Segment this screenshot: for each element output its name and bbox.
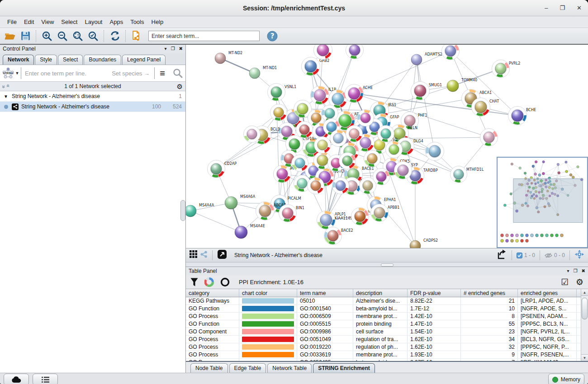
refresh-icon[interactable] [108,29,122,42]
query-options-icon[interactable]: ≡ [155,66,170,81]
open-in-string-icon[interactable] [217,249,227,261]
protein-node-vsnl1[interactable]: VSNL1 [268,84,297,101]
protein-node[interactable] [480,129,498,146]
task-history-button[interactable] [33,374,58,384]
protein-node-gab2[interactable]: GAB2 [302,57,330,76]
scroll-thumb[interactable] [582,298,588,319]
protein-node[interactable] [244,126,261,143]
divider-grip[interactable] [381,263,394,267]
menu-layout[interactable]: Layout [81,17,106,27]
tab-network-table[interactable]: Network Table [267,363,312,373]
navigator-icon[interactable] [574,249,584,261]
string-search-icon[interactable] [170,66,185,81]
share-view-icon[interactable] [200,251,208,260]
network-options-gear-icon[interactable]: ⚙ [177,83,183,90]
table-row[interactable]: GO ProcessGO:0050435beta-amyloid m...2.0… [186,359,581,361]
panel-menu-icon[interactable]: ▾ [165,47,167,51]
protein-node[interactable] [357,110,374,126]
menu-help[interactable]: Help [148,17,167,27]
protein-node[interactable] [292,155,308,172]
protein-node-ache[interactable]: ACHE [345,84,373,103]
column-header-enriched-genes[interactable]: enriched genes [518,289,577,297]
table-row[interactable]: GO ProcessGO:0051049regulation of tra...… [186,336,581,343]
collapse-all-icon[interactable]: » [5,85,11,88]
grid-view-icon[interactable] [190,250,198,260]
select-columns-icon[interactable]: ☑ [561,278,569,286]
collapse-triangle-icon[interactable]: ▼ [0,94,12,99]
protein-node-aplp1[interactable]: APLP1KIAA1149 [317,211,353,229]
column-header-term-name[interactable]: term name [297,289,353,297]
network-collection-row[interactable]: ▼ String Network - Alzheimer's disease 1 [0,91,185,102]
table-row[interactable]: GO ProcessGO:0033619membrane prot...1.93… [186,351,581,359]
string-term-input[interactable] [21,70,112,77]
protein-node-bace2[interactable]: BACE2 [324,227,353,245]
tab-node-table[interactable]: Node Table [190,363,228,373]
minimize-button[interactable]: – [545,5,548,11]
network-row[interactable]: String Network - Alzheimer's disease 100… [0,102,185,112]
table-row[interactable]: KEGG Pathways05010Alzheimer's dise...8.8… [186,297,581,305]
protein-node[interactable] [314,45,332,60]
tab-network[interactable]: Network [3,55,34,65]
protein-node[interactable] [373,169,390,185]
menu-view[interactable]: View [38,17,57,27]
protein-node-apbb1[interactable]: APBB1 [371,204,400,222]
maximize-button[interactable]: ❐ [560,5,565,11]
protein-node-chat[interactable]: CHAT [472,98,499,117]
column-header-description[interactable]: description [353,289,408,297]
help-icon[interactable]: ? [265,29,280,42]
protein-node[interactable] [386,141,403,158]
cloud-tasks-button[interactable] [4,374,29,384]
protein-node[interactable] [346,45,364,59]
memory-button[interactable]: Memory [548,374,584,384]
menu-edit[interactable]: Edit [20,17,38,27]
protein-node[interactable] [296,122,313,138]
scroll-down-icon[interactable]: ▼ [581,354,588,361]
protein-node-adamts2[interactable]: ADAMTS2 [411,52,442,65]
protein-node-cadps2[interactable]: CADPS2 [410,239,438,248]
protein-node[interactable] [426,142,444,161]
float-panel-icon[interactable]: ❐ [574,269,578,273]
remove-chart-icon[interactable] [220,277,230,287]
protein-node-bin1[interactable]: BIN1 [279,205,304,222]
save-icon[interactable] [18,29,33,42]
zoom-fit-icon[interactable] [71,29,85,42]
table-row[interactable]: GO FunctionGO:0005515protein binding1.47… [186,320,581,328]
protein-node[interactable] [378,126,394,142]
zoom-in-icon[interactable] [40,29,54,42]
set-species-link[interactable]: Set species → [112,70,154,77]
tab-style[interactable]: Style [35,55,57,65]
tab-string-enrichment[interactable]: STRING Enrichment [313,363,375,373]
export-network-icon[interactable] [496,249,507,262]
menu-file[interactable]: File [4,17,20,27]
scroll-up-icon[interactable]: ▲ [581,289,588,296]
network-canvas[interactable]: MT-ND2MT-ND1VSNL1GAB2ADAMTS2PVRL2TOMM40S… [186,45,588,248]
protein-node-ms4a4e[interactable]: MS4A4E [235,224,265,239]
protein-node[interactable] [442,45,460,60]
protein-node[interactable] [339,153,356,169]
menu-tools[interactable]: Tools [127,17,147,27]
protein-node-cd2ap[interactable]: CD2AP [208,160,237,178]
zoom-selected-icon[interactable] [86,29,100,42]
float-panel-icon[interactable]: ❐ [171,47,175,51]
table-row[interactable]: GO ComponentGO:0009986cell surface1.54E-… [186,328,581,336]
close-panel-icon[interactable]: ✖ [179,47,183,51]
protein-node[interactable] [330,130,347,147]
search-input[interactable] [148,31,260,41]
tab-legend-panel[interactable]: Legend Panel [122,55,166,65]
column-header-category[interactable]: category [186,289,239,297]
table-row[interactable]: GO FunctionGO:0001540beta-amyloid bi...1… [186,305,581,313]
network-import-icon[interactable] [129,29,144,42]
table-row[interactable]: GO ProcessGO:0006509membrane prot...1.42… [186,313,581,320]
protein-node-mthfd1l[interactable]: MTHFD1L [450,166,484,183]
protein-node[interactable] [346,126,363,142]
menu-apps[interactable]: Apps [106,17,127,27]
zoom-out-icon[interactable] [55,29,70,42]
tab-select[interactable]: Select [58,55,83,65]
protein-node[interactable] [332,178,349,194]
protein-node[interactable] [314,137,331,154]
splitter-grip[interactable] [180,200,185,221]
protein-node-pvrl2[interactable]: PVRL2 [492,60,521,78]
string-logo-icon[interactable]: STRING ▼ [0,67,21,79]
protein-node[interactable] [270,104,287,121]
protein-node-ms4a6a[interactable]: MS4A6A [225,195,256,209]
